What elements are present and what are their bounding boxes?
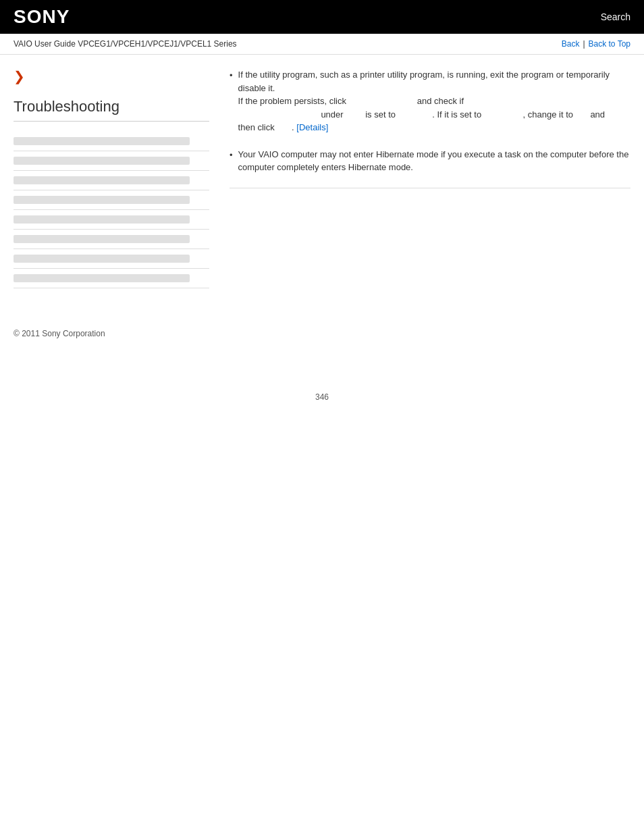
- sidebar-link-placeholder: [14, 255, 190, 263]
- page-number: 346: [0, 379, 644, 415]
- bullet-content-2: Your VAIO computer may not enter Hiberna…: [238, 148, 630, 174]
- details-link[interactable]: [Details]: [296, 122, 328, 132]
- sidebar-link-placeholder: [14, 235, 190, 243]
- list-item: • Your VAIO computer may not enter Hiber…: [230, 148, 630, 174]
- nav-separator: |: [583, 39, 585, 49]
- sidebar-title: Troubleshooting: [14, 98, 209, 122]
- footer: © 2011 Sony Corporation: [0, 315, 644, 352]
- bullet-dot-2: •: [230, 149, 233, 174]
- bullet1-line1: If the utility program, such as a printe…: [238, 70, 610, 93]
- copyright-text: © 2011 Sony Corporation: [14, 329, 105, 338]
- sidebar-arrow: ❯: [14, 68, 209, 84]
- sidebar-link-placeholder: [14, 215, 190, 224]
- bullet1-spacer3: [484, 109, 520, 120]
- nav-title: VAIO User Guide VPCEG1/VPCEH1/VPCEJ1/VPC…: [14, 39, 237, 49]
- sidebar-link-placeholder: [14, 176, 190, 184]
- bullet-dot: •: [230, 69, 233, 134]
- bullet1-isset: is set to: [365, 109, 396, 120]
- bullet1-spacer5: [277, 122, 289, 132]
- list-item[interactable]: [14, 210, 209, 230]
- bullet1-spacer1: [346, 109, 363, 120]
- sidebar-link-placeholder: [14, 196, 190, 204]
- content-list: • If the utility program, such as a prin…: [230, 68, 630, 174]
- bullet1-ifisset: . If it is set to: [432, 109, 481, 120]
- sony-logo: SONY: [14, 6, 70, 28]
- back-link[interactable]: Back: [562, 39, 580, 49]
- list-item[interactable]: [14, 171, 209, 190]
- bullet1-period: .: [292, 122, 294, 132]
- bullet1-under: under: [321, 109, 343, 120]
- bullet1-line2-part3: and check if: [417, 96, 464, 106]
- sidebar-link-placeholder: [14, 274, 190, 282]
- list-item[interactable]: [14, 269, 209, 288]
- bullet-content-1: If the utility program, such as a printe…: [238, 68, 630, 134]
- bullet1-line3-part1: [238, 109, 319, 120]
- nav-links: Back | Back to Top: [562, 39, 630, 49]
- list-item: • If the utility program, such as a prin…: [230, 68, 630, 134]
- list-item[interactable]: [14, 249, 209, 269]
- list-item[interactable]: [14, 151, 209, 171]
- sidebar-links: [14, 132, 209, 288]
- right-content: • If the utility program, such as a prin…: [230, 68, 630, 288]
- sidebar: ❯ Troubleshooting: [14, 68, 209, 288]
- bullet1-line2-part2: [349, 96, 415, 106]
- search-button[interactable]: Search: [601, 11, 630, 22]
- content-divider: [230, 188, 630, 188]
- header: SONY Search: [0, 0, 644, 34]
- bullet1-thenclick: then click: [238, 122, 275, 132]
- bullet1-spacer4: [576, 109, 588, 120]
- bullet1-and: and: [590, 109, 605, 120]
- sidebar-link-placeholder: [14, 157, 190, 165]
- bullet1-changeto: , change it to: [523, 109, 573, 120]
- back-to-top-link[interactable]: Back to Top: [589, 39, 630, 49]
- nav-bar: VAIO User Guide VPCEG1/VPCEH1/VPCEJ1/VPC…: [0, 34, 644, 55]
- bullet1-spacer2: [398, 109, 430, 120]
- list-item[interactable]: [14, 190, 209, 210]
- bullet1-line2-part1: If the problem persists, click: [238, 96, 346, 106]
- bullet2-text: Your VAIO computer may not enter Hiberna…: [238, 149, 629, 173]
- sidebar-link-placeholder: [14, 137, 190, 145]
- list-item[interactable]: [14, 132, 209, 151]
- main-content: ❯ Troubleshooting: [0, 55, 644, 302]
- list-item[interactable]: [14, 230, 209, 249]
